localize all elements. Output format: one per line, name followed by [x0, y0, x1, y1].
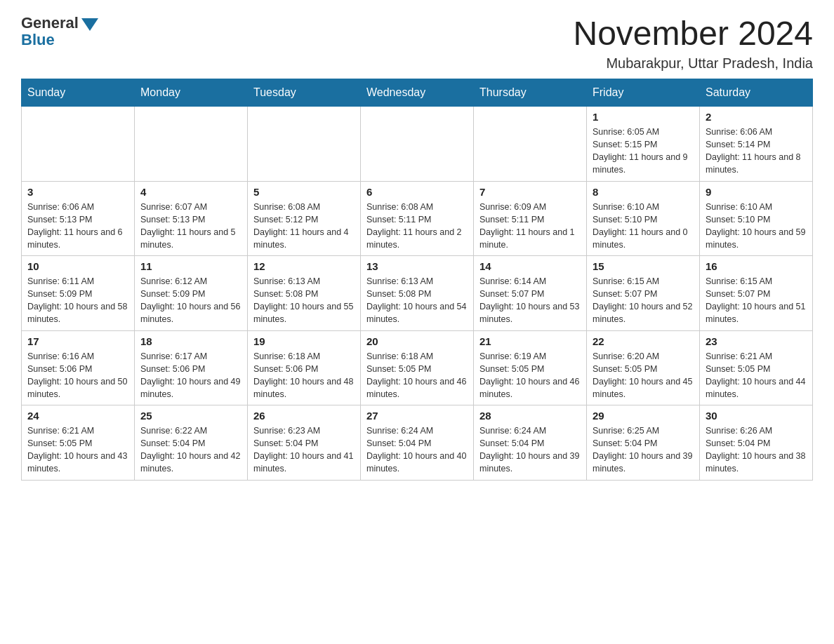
calendar-week-row: 10Sunrise: 6:11 AMSunset: 5:09 PMDayligh… — [22, 256, 813, 331]
day-number: 17 — [27, 335, 128, 347]
calendar-day-cell: 1Sunrise: 6:05 AMSunset: 5:15 PMDaylight… — [587, 107, 700, 182]
calendar-week-row: 17Sunrise: 6:16 AMSunset: 5:06 PMDayligh… — [22, 330, 813, 405]
day-info: Sunrise: 6:13 AMSunset: 5:08 PMDaylight:… — [366, 275, 468, 326]
day-info: Sunrise: 6:07 AMSunset: 5:13 PMDaylight:… — [140, 201, 241, 252]
calendar-day-cell: 15Sunrise: 6:15 AMSunset: 5:07 PMDayligh… — [587, 256, 700, 331]
day-number: 28 — [479, 410, 581, 422]
calendar-week-row: 1Sunrise: 6:05 AMSunset: 5:15 PMDaylight… — [22, 107, 813, 182]
weekday-header: Sunday — [22, 79, 135, 107]
day-info: Sunrise: 6:10 AMSunset: 5:10 PMDaylight:… — [593, 201, 694, 252]
day-number: 16 — [706, 260, 807, 272]
weekday-header: Friday — [587, 79, 700, 107]
day-number: 22 — [593, 335, 694, 347]
day-number: 14 — [479, 260, 581, 272]
calendar-day-cell — [22, 107, 135, 182]
day-number: 24 — [27, 410, 128, 422]
day-info: Sunrise: 6:18 AMSunset: 5:05 PMDaylight:… — [366, 350, 468, 401]
weekday-header: Monday — [135, 79, 248, 107]
day-number: 5 — [253, 186, 355, 198]
day-info: Sunrise: 6:21 AMSunset: 5:05 PMDaylight:… — [27, 424, 128, 476]
day-number: 8 — [593, 186, 694, 198]
weekday-header: Thursday — [474, 79, 587, 107]
calendar-day-cell: 25Sunrise: 6:22 AMSunset: 5:04 PMDayligh… — [135, 405, 248, 481]
calendar-day-cell: 4Sunrise: 6:07 AMSunset: 5:13 PMDaylight… — [135, 181, 248, 256]
day-info: Sunrise: 6:18 AMSunset: 5:06 PMDaylight:… — [253, 350, 355, 401]
calendar-week-row: 3Sunrise: 6:06 AMSunset: 5:13 PMDaylight… — [22, 181, 813, 256]
day-info: Sunrise: 6:24 AMSunset: 5:04 PMDaylight:… — [366, 424, 468, 476]
day-number: 25 — [140, 410, 241, 422]
calendar-day-cell: 18Sunrise: 6:17 AMSunset: 5:06 PMDayligh… — [135, 330, 248, 405]
day-number: 18 — [140, 335, 241, 347]
day-number: 15 — [593, 260, 694, 272]
calendar-day-cell — [248, 107, 361, 182]
weekday-header-row: SundayMondayTuesdayWednesdayThursdayFrid… — [22, 79, 813, 107]
day-info: Sunrise: 6:13 AMSunset: 5:08 PMDaylight:… — [253, 275, 355, 326]
day-info: Sunrise: 6:08 AMSunset: 5:11 PMDaylight:… — [366, 201, 468, 252]
day-info: Sunrise: 6:08 AMSunset: 5:12 PMDaylight:… — [253, 201, 355, 252]
day-info: Sunrise: 6:06 AMSunset: 5:14 PMDaylight:… — [706, 126, 807, 177]
day-info: Sunrise: 6:17 AMSunset: 5:06 PMDaylight:… — [140, 350, 241, 401]
day-info: Sunrise: 6:12 AMSunset: 5:09 PMDaylight:… — [140, 275, 241, 326]
calendar-day-cell: 29Sunrise: 6:25 AMSunset: 5:04 PMDayligh… — [587, 405, 700, 481]
day-info: Sunrise: 6:25 AMSunset: 5:04 PMDaylight:… — [593, 424, 694, 476]
calendar-day-cell — [135, 107, 248, 182]
calendar-day-cell: 17Sunrise: 6:16 AMSunset: 5:06 PMDayligh… — [22, 330, 135, 405]
day-number: 23 — [706, 335, 807, 347]
day-info: Sunrise: 6:16 AMSunset: 5:06 PMDaylight:… — [27, 350, 128, 401]
calendar-day-cell: 5Sunrise: 6:08 AMSunset: 5:12 PMDaylight… — [248, 181, 361, 256]
calendar-day-cell: 9Sunrise: 6:10 AMSunset: 5:10 PMDaylight… — [700, 181, 813, 256]
day-number: 20 — [366, 335, 468, 347]
calendar-day-cell: 22Sunrise: 6:20 AMSunset: 5:05 PMDayligh… — [587, 330, 700, 405]
logo-general-text: General — [21, 14, 79, 32]
calendar-day-cell: 8Sunrise: 6:10 AMSunset: 5:10 PMDaylight… — [587, 181, 700, 256]
month-title: November 2024 — [573, 14, 813, 53]
calendar-day-cell: 10Sunrise: 6:11 AMSunset: 5:09 PMDayligh… — [22, 256, 135, 331]
day-number: 27 — [366, 410, 468, 422]
calendar-day-cell: 14Sunrise: 6:14 AMSunset: 5:07 PMDayligh… — [474, 256, 587, 331]
day-number: 21 — [479, 335, 581, 347]
page-header: General Blue November 2024 Mubarakpur, U… — [21, 14, 813, 72]
day-number: 9 — [706, 186, 807, 198]
weekday-header: Saturday — [700, 79, 813, 107]
day-info: Sunrise: 6:10 AMSunset: 5:10 PMDaylight:… — [706, 201, 807, 252]
day-info: Sunrise: 6:19 AMSunset: 5:05 PMDaylight:… — [479, 350, 581, 401]
day-number: 1 — [593, 111, 694, 123]
calendar-day-cell: 6Sunrise: 6:08 AMSunset: 5:11 PMDaylight… — [361, 181, 474, 256]
day-info: Sunrise: 6:22 AMSunset: 5:04 PMDaylight:… — [140, 424, 241, 476]
calendar-day-cell: 12Sunrise: 6:13 AMSunset: 5:08 PMDayligh… — [248, 256, 361, 331]
day-info: Sunrise: 6:11 AMSunset: 5:09 PMDaylight:… — [27, 275, 128, 326]
calendar-day-cell: 21Sunrise: 6:19 AMSunset: 5:05 PMDayligh… — [474, 330, 587, 405]
day-info: Sunrise: 6:06 AMSunset: 5:13 PMDaylight:… — [27, 201, 128, 252]
calendar-day-cell — [361, 107, 474, 182]
day-number: 26 — [253, 410, 355, 422]
logo: General Blue — [21, 14, 98, 49]
day-info: Sunrise: 6:21 AMSunset: 5:05 PMDaylight:… — [706, 350, 807, 401]
day-number: 3 — [27, 186, 128, 198]
calendar-day-cell: 26Sunrise: 6:23 AMSunset: 5:04 PMDayligh… — [248, 405, 361, 481]
day-number: 29 — [593, 410, 694, 422]
calendar-day-cell: 13Sunrise: 6:13 AMSunset: 5:08 PMDayligh… — [361, 256, 474, 331]
calendar-table: SundayMondayTuesdayWednesdayThursdayFrid… — [21, 79, 813, 481]
calendar-day-cell: 23Sunrise: 6:21 AMSunset: 5:05 PMDayligh… — [700, 330, 813, 405]
day-number: 11 — [140, 260, 241, 272]
calendar-day-cell: 16Sunrise: 6:15 AMSunset: 5:07 PMDayligh… — [700, 256, 813, 331]
day-info: Sunrise: 6:20 AMSunset: 5:05 PMDaylight:… — [593, 350, 694, 401]
calendar-week-row: 24Sunrise: 6:21 AMSunset: 5:05 PMDayligh… — [22, 405, 813, 481]
calendar-day-cell: 2Sunrise: 6:06 AMSunset: 5:14 PMDaylight… — [700, 107, 813, 182]
day-number: 7 — [479, 186, 581, 198]
day-number: 30 — [706, 410, 807, 422]
calendar-day-cell: 28Sunrise: 6:24 AMSunset: 5:04 PMDayligh… — [474, 405, 587, 481]
logo-arrow-icon — [81, 18, 98, 31]
day-number: 6 — [366, 186, 468, 198]
calendar-day-cell: 7Sunrise: 6:09 AMSunset: 5:11 PMDaylight… — [474, 181, 587, 256]
weekday-header: Tuesday — [248, 79, 361, 107]
day-number: 4 — [140, 186, 241, 198]
day-number: 2 — [706, 111, 807, 123]
day-info: Sunrise: 6:14 AMSunset: 5:07 PMDaylight:… — [479, 275, 581, 326]
location: Mubarakpur, Uttar Pradesh, India — [573, 55, 813, 72]
calendar-day-cell: 20Sunrise: 6:18 AMSunset: 5:05 PMDayligh… — [361, 330, 474, 405]
day-info: Sunrise: 6:26 AMSunset: 5:04 PMDaylight:… — [706, 424, 807, 476]
day-info: Sunrise: 6:23 AMSunset: 5:04 PMDaylight:… — [253, 424, 355, 476]
weekday-header: Wednesday — [361, 79, 474, 107]
calendar-day-cell: 24Sunrise: 6:21 AMSunset: 5:05 PMDayligh… — [22, 405, 135, 481]
